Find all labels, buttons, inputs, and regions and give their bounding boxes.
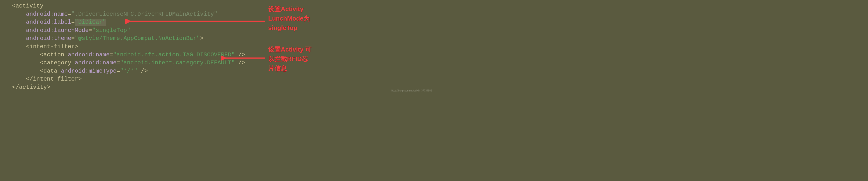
annotation-text-line: 设置Activity 可 [268, 45, 311, 54]
bracket: < [26, 43, 29, 50]
attr-value: "@style/Theme.AppCompat.NoActionBar" [75, 35, 200, 42]
attr-value: ".DriverLicenseNFC.DriverRFIDMainActivit… [71, 11, 217, 18]
equals: = [68, 11, 71, 18]
code-line-9: <data android:mimeType="*/*" /> [12, 67, 422, 75]
code-line-5: android:theme="@style/Theme.AppCompat.No… [12, 34, 422, 43]
equals: = [117, 59, 120, 66]
attr-namespace: android [26, 19, 51, 25]
annotation-text-line: 片信息 [268, 63, 311, 73]
bracket: /> [235, 52, 245, 58]
tag: activity [16, 3, 43, 9]
equals: = [117, 68, 120, 74]
attr-value: "DiDiCar" [75, 19, 106, 25]
attr-value: "android.intent.category.DEFAULT" [120, 59, 235, 66]
colon: : [50, 19, 54, 25]
attr-namespace: android [68, 52, 92, 58]
annotation-text-line: singleTop [268, 23, 310, 33]
code-line-1: <activity [12, 2, 422, 10]
bracket: /> [235, 59, 245, 66]
attr-key: name [102, 59, 117, 66]
annotation-launchmode: 设置Activity LunchMode为 singleTop [268, 4, 310, 33]
bracket: </ [26, 76, 33, 82]
annotation-text-line: 设置Activity [268, 4, 310, 14]
bracket: < [40, 68, 43, 74]
bracket: > [47, 84, 50, 90]
colon: : [50, 27, 54, 34]
attr-namespace: android [26, 27, 51, 34]
tag: action [43, 52, 64, 58]
equals: = [71, 19, 75, 25]
attr-key: name [54, 11, 68, 18]
code-block: <activity android:name=".DriverLicenseNF… [12, 2, 422, 92]
colon: : [85, 68, 88, 74]
code-line-8: <category android:name="android.intent.c… [12, 59, 422, 67]
colon: : [92, 52, 95, 58]
annotation-text-line: 以拦截RFID芯 [268, 54, 311, 63]
attr-key: name [96, 52, 110, 58]
bracket: < [40, 52, 43, 58]
attr-namespace: android [26, 11, 51, 18]
attr-namespace: android [61, 68, 85, 74]
highlighted-value: "DiDiCar" [75, 19, 106, 26]
bracket: > [200, 35, 204, 42]
colon: : [99, 59, 102, 66]
bracket: < [12, 3, 16, 9]
watermark-text: https://blog.csdn.net/weixin_37734988 [391, 89, 432, 93]
code-line-4: android:launchMode="singleTop" [12, 26, 422, 34]
annotation-rfid: 设置Activity 可 以拦截RFID芯 片信息 [268, 45, 311, 73]
code-line-2: android:name=".DriverLicenseNFC.DriverRF… [12, 10, 422, 18]
code-line-11: </activity> [12, 83, 422, 92]
tag: data [43, 68, 58, 74]
colon: : [50, 11, 54, 18]
annotation-text-line: LunchMode为 [268, 14, 310, 23]
bracket: > [78, 76, 82, 82]
equals: = [71, 35, 75, 42]
colon: : [50, 35, 54, 42]
attr-value: "*/*" [120, 68, 137, 74]
tag: intent-filter [29, 43, 75, 50]
tag: activity [19, 84, 47, 90]
tag: category [43, 59, 71, 66]
attr-key: label [54, 19, 71, 25]
equals: = [89, 27, 92, 34]
attr-key: mimeType [89, 68, 117, 74]
attr-value: "singleTop" [92, 27, 130, 34]
code-line-7: <action android:name="android.nfc.action… [12, 51, 422, 59]
bracket: < [40, 59, 43, 66]
equals: = [110, 52, 113, 58]
attr-namespace: android [75, 59, 99, 66]
tag: intent-filter [33, 76, 78, 82]
attr-key: theme [54, 35, 71, 42]
attr-key: launchMode [54, 27, 89, 34]
bracket: > [75, 43, 78, 50]
bracket: </ [12, 84, 19, 90]
code-line-6: <intent-filter> [12, 43, 422, 51]
attr-namespace: android [26, 35, 51, 42]
code-line-3: android:label="DiDiCar" [12, 18, 422, 26]
attr-value: "android.nfc.action.TAG_DISCOVERED" [113, 52, 235, 58]
bracket: /> [137, 68, 148, 74]
code-line-10: </intent-filter> [12, 75, 422, 83]
